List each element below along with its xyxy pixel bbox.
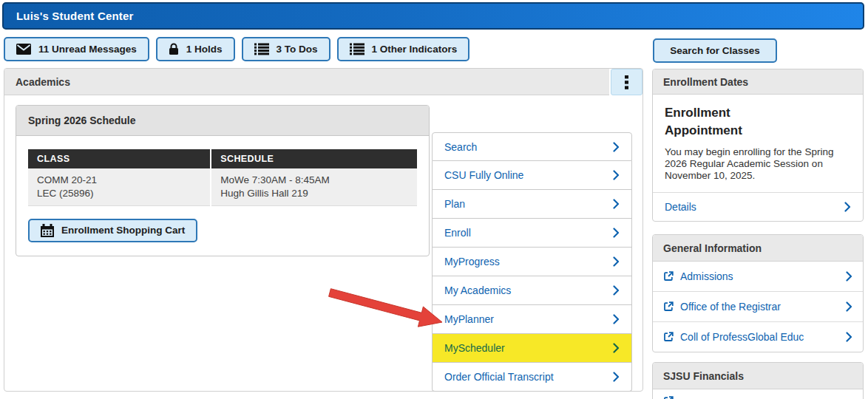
academics-header: Academics <box>4 69 642 95</box>
list-icon <box>254 43 269 55</box>
menu-item-order-official-transcript[interactable]: Order Official Transcript <box>432 363 632 392</box>
details-label: Details <box>665 201 696 213</box>
general-information-title: General Information <box>653 235 863 262</box>
external-link-icon <box>663 301 674 312</box>
enrollment-dates-title: Enrollment Dates <box>653 69 863 95</box>
lock-icon <box>169 43 179 55</box>
office-of-the-registrar-link[interactable]: Office of the Registrar <box>653 291 863 321</box>
coll-of-professglobal-educ-link[interactable]: Coll of ProfessGlobal Educ <box>653 321 863 352</box>
heading-line-2: Appointment <box>665 122 851 140</box>
enrollment-shopping-cart-button[interactable]: Enrollment Shopping Cart <box>28 219 197 242</box>
menu-item-enroll[interactable]: Enroll <box>432 219 632 248</box>
menu-item-label: Order Official Transcript <box>444 371 554 383</box>
class-section: LEC (25896) <box>37 187 201 200</box>
schedule-card: Spring 2026 Schedule CLASS SCHEDULE COMM… <box>16 105 430 256</box>
class-location: Hugh Gillis Hall 219 <box>220 187 408 200</box>
page-title: Luis's Student Center <box>16 10 134 22</box>
schedule-column-header: SCHEDULE <box>211 149 417 168</box>
academics-panel: Academics Spring 2026 Schedule CLASS SCH… <box>4 68 643 392</box>
chevron-right-icon <box>613 285 620 296</box>
class-meeting-time: MoWe 7:30AM - 8:45AM <box>220 174 408 187</box>
heading-line-1: Enrollment <box>665 104 851 122</box>
chevron-right-icon <box>613 256 620 267</box>
todos-label: 3 To Dos <box>277 44 318 55</box>
chevron-right-icon <box>613 228 620 238</box>
chevron-right-icon <box>613 199 620 209</box>
other-indicators-button[interactable]: 1 Other Indicators <box>337 37 470 61</box>
sjsu-financials-title: SJSU Financials <box>653 363 863 389</box>
enrollment-dates-body: Enrollment Appointment You may begin enr… <box>653 95 863 192</box>
office-of-the-registrar-label: Office of the Registrar <box>680 301 781 313</box>
search-for-classes-label: Search for Classes <box>670 45 760 56</box>
envelope-icon <box>16 44 31 55</box>
chevron-right-icon <box>846 301 852 312</box>
external-link-icon <box>663 332 674 342</box>
holds-label: 1 Holds <box>186 44 223 55</box>
menu-item-search[interactable]: Search <box>432 132 632 161</box>
menu-item-plan[interactable]: Plan <box>432 190 632 219</box>
chevron-right-icon <box>844 202 851 212</box>
other-indicators-label: 1 Other Indicators <box>372 44 458 55</box>
academics-title: Academics <box>4 69 609 95</box>
menu-item-label: Enroll <box>444 227 471 239</box>
menu-item-label: MyPlanner <box>444 313 494 325</box>
enrollment-shopping-cart-label: Enrollment Shopping Cart <box>61 225 185 236</box>
details-link[interactable]: Details <box>653 192 863 221</box>
menu-item-label: Search <box>444 141 477 153</box>
sidebar: Enrollment Dates Enrollment Appointment … <box>652 69 864 399</box>
sjsu-financials-card: SJSU Financials <box>652 362 864 399</box>
schedule-cell: MoWe 7:30AM - 8:45AM Hugh Gillis Hall 21… <box>211 168 417 205</box>
list-icon <box>350 43 365 55</box>
todos-button[interactable]: 3 To Dos <box>242 37 330 61</box>
menu-item-label: CSU Fully Online <box>444 169 523 181</box>
class-cell: COMM 20-21 LEC (25896) <box>28 168 211 205</box>
academics-body: Spring 2026 Schedule CLASS SCHEDULE COMM… <box>4 95 642 392</box>
menu-item-my-academics[interactable]: My Academics <box>432 276 632 305</box>
indicator-button-row: 11 Unread Messages 1 Holds 3 To Dos 1 Ot… <box>4 37 469 61</box>
chevron-right-icon <box>613 343 620 353</box>
academics-menu: Search CSU Fully Online Plan Enroll MyPr… <box>432 132 632 392</box>
external-link-icon <box>663 396 674 399</box>
chevron-right-icon <box>846 271 852 282</box>
menu-item-myscheduler[interactable]: MyScheduler <box>432 334 632 363</box>
chevron-right-icon <box>613 372 620 382</box>
menu-item-label: MyProgress <box>444 256 500 267</box>
menu-item-label: Plan <box>444 198 465 210</box>
chevron-right-icon <box>846 332 852 342</box>
unread-messages-button[interactable]: 11 Unread Messages <box>4 37 149 61</box>
schedule-table: CLASS SCHEDULE COMM 20-21 LEC (25896) Mo… <box>28 149 417 206</box>
holds-button[interactable]: 1 Holds <box>156 37 235 61</box>
sjsu-financials-partial-row <box>653 389 863 399</box>
chevron-right-icon <box>613 170 620 180</box>
search-for-classes-button[interactable]: Search for Classes <box>653 38 777 63</box>
menu-item-csu-fully-online[interactable]: CSU Fully Online <box>432 161 632 190</box>
external-link-icon <box>663 271 674 282</box>
chevron-right-icon <box>613 314 620 324</box>
enrollment-appointment-heading: Enrollment Appointment <box>665 104 851 140</box>
academics-options-button[interactable] <box>611 69 642 95</box>
schedule-card-title: Spring 2026 Schedule <box>16 106 429 136</box>
menu-item-myplanner[interactable]: MyPlanner <box>432 305 632 334</box>
admissions-label: Admissions <box>680 270 733 282</box>
table-row: COMM 20-21 LEC (25896) MoWe 7:30AM - 8:4… <box>28 168 417 205</box>
enrollment-dates-card: Enrollment Dates Enrollment Appointment … <box>652 69 864 222</box>
coll-of-professglobal-educ-label: Coll of ProfessGlobal Educ <box>680 331 804 343</box>
menu-item-label: MyScheduler <box>444 342 505 354</box>
menu-item-label: My Academics <box>444 284 511 296</box>
unread-messages-label: 11 Unread Messages <box>38 44 137 55</box>
page-header: Luis's Student Center <box>2 2 864 30</box>
student-center-page: Luis's Student Center 11 Unread Messages… <box>0 0 868 399</box>
general-information-card: General Information Admissions Office of… <box>652 234 864 352</box>
class-name: COMM 20-21 <box>37 174 201 187</box>
enrollment-appointment-text: You may begin enrolling for the Spring 2… <box>665 146 851 183</box>
kebab-menu-icon <box>625 75 628 89</box>
class-column-header: CLASS <box>28 149 211 168</box>
calendar-icon <box>41 224 54 237</box>
admissions-link[interactable]: Admissions <box>653 262 863 291</box>
menu-item-myprogress[interactable]: MyProgress <box>432 248 632 276</box>
chevron-right-icon <box>613 142 620 152</box>
